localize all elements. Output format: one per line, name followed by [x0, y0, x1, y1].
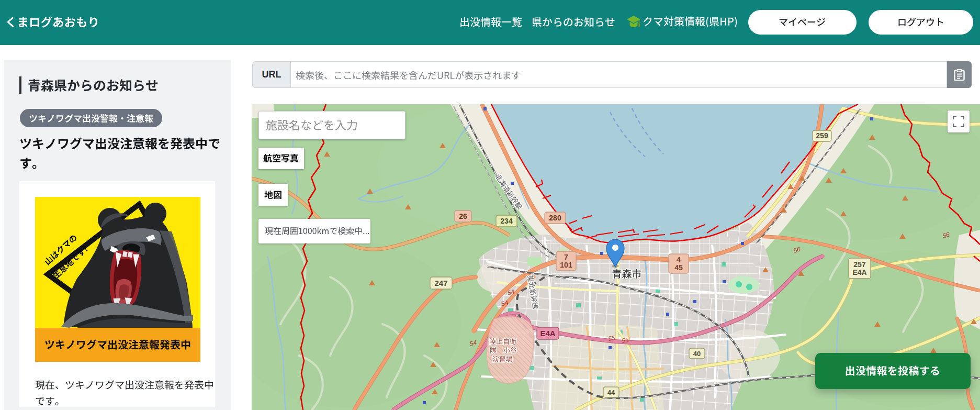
svg-text:280: 280: [549, 214, 561, 222]
svg-text:40: 40: [693, 350, 701, 358]
svg-text:44: 44: [607, 389, 615, 396]
svg-text:101: 101: [560, 261, 572, 269]
svg-text:26: 26: [459, 212, 467, 220]
svg-text:E4A: E4A: [540, 329, 555, 338]
svg-text:257: 257: [853, 260, 866, 269]
svg-text:55: 55: [621, 336, 629, 345]
svg-text:4: 4: [677, 256, 681, 264]
svg-text:234: 234: [500, 217, 513, 225]
svg-text:45: 45: [674, 263, 683, 272]
svg-text:7: 7: [564, 253, 568, 261]
svg-text:E4A: E4A: [852, 268, 866, 276]
svg-text:55: 55: [607, 334, 615, 342]
svg-text:259: 259: [816, 131, 828, 140]
svg-text:247: 247: [434, 279, 447, 287]
